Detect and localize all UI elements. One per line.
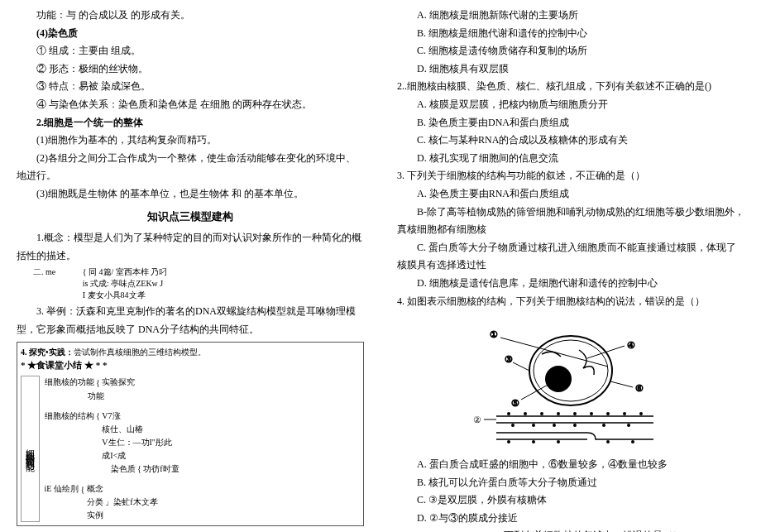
chrom-item-4: ④ 与染色体关系：染色质和染色体是 在细胞 的两种存在状态。 <box>17 96 364 114</box>
q2-opt-b: B. 染色质主要由DNA和蛋白质组成 <box>397 114 744 132</box>
svg-point-0 <box>529 336 612 405</box>
unity-heading: 2.细胞是一个统一的整体 <box>17 114 364 132</box>
q3-opt-d: D. 细胞核是遗传信息库，是细胞代谢和遗传的控制中心 <box>397 275 744 293</box>
svg-line-5 <box>587 346 625 358</box>
svg-point-13 <box>590 412 593 415</box>
svg-point-27 <box>631 440 634 443</box>
svg-line-3 <box>513 362 529 371</box>
unity-item-1: (1)细胞作为基本的，其结构复杂而精巧。 <box>17 132 364 150</box>
q2-opt-d: D. 核孔实现了细胞间的信息交流 <box>397 150 744 168</box>
svg-point-12 <box>573 412 577 415</box>
svg-point-21 <box>602 424 605 427</box>
model-me-line2: is 式成: 亭味点ZEKw J <box>83 278 168 290</box>
summary-struct-2: 核仕、山椿 <box>102 423 172 436</box>
q4-opt-a: A. 蛋白质合成旺盛的细胞中，⑥数量较多，④数量也较多 <box>397 456 744 474</box>
class-summary-box: 4. 探究•实践：尝试制作真核细胞的三维结构模型。 * ★食课堂小结 ★ * *… <box>17 342 364 526</box>
model-me-line3: I 麦女小具84文孝 <box>83 290 168 301</box>
summary-ie-2: 分类 」染虻f木文孝 <box>87 496 158 509</box>
model-me-block: 二. me { 同 4篇/ 室西本梓 乃叼 is 式成: 亭味点ZEKw J I… <box>33 266 364 301</box>
chromatin-heading: (4)染色质 <box>17 25 364 43</box>
summary-struct-1: V7涨 <box>102 410 172 423</box>
q1-opt-c: C. 细胞核是遗传物质储存和复制的场所 <box>397 42 744 60</box>
summary-ie-label: iE 仙绘刖 <box>45 484 79 493</box>
summary-struct-4: 成I<成 <box>102 449 172 463</box>
svg-point-23 <box>507 440 510 443</box>
q4-opt-b: B. 核孔可以允许蛋白质等大分子物质通过 <box>397 474 744 492</box>
summary-struct-3: V生仁：—功I"彤此 <box>102 436 172 449</box>
q3-opt-c: C. 蛋白质等大分子物质通过核孔进入细胞质而不能直接通过核膜，体现了 核膜具有选… <box>397 239 744 275</box>
chrom-item-3: ③ 特点：易被 染成深色。 <box>17 78 364 96</box>
summary-func-2: 功能 <box>88 391 104 400</box>
svg-point-25 <box>557 440 560 443</box>
label-6: ⑥ <box>635 383 644 393</box>
q4-opt-d: D. ②与③的膜成分接近 <box>397 510 744 528</box>
q4-stem: 4. 如图表示细胞核的结构，下列关于细胞核结构的说法，错误的是（） <box>397 293 744 311</box>
svg-point-26 <box>606 440 610 443</box>
q1-stem: 1.下列有关细胞核的叙述中，错误的是（） <box>397 527 744 532</box>
summary-func-1: 实验探究 <box>102 377 135 386</box>
label-1: ① <box>490 329 498 339</box>
svg-point-11 <box>557 412 560 415</box>
model-heading: 知识点三模型建构 <box>17 207 364 226</box>
svg-point-8 <box>507 412 510 415</box>
svg-point-17 <box>511 424 515 427</box>
summary-main: 细胞核的功能 { 实验探究 功能 细胞核的结构 { V7涨 核仕、山椿 <box>45 376 179 522</box>
summary-ie-val: 」染虻f木文孝 <box>105 497 157 506</box>
svg-line-6 <box>610 381 633 387</box>
q2-opt-c: C. 核仁与某种RNA的合成以及核糖体的形成有关 <box>397 132 744 150</box>
svg-point-14 <box>606 412 610 415</box>
nucleus-diagram: ③ ⑤ ④ ⑥ ① ② <box>463 317 678 449</box>
svg-point-24 <box>532 440 535 443</box>
svg-point-10 <box>540 412 543 415</box>
q3-opt-b: B-除了高等植物成熟的筛管细胞和哺乳动物成熟的红细胞等极少数细胞外，真核细胞都有… <box>397 204 744 239</box>
q3-stem: 3. 下列关于细胞核的结构与功能的叙述，不正确的是（） <box>397 167 744 185</box>
summary-struct-label: 细胞核的结构 <box>45 411 94 420</box>
func-line: 功能：与 的合成以及 的形成有关。 <box>17 7 364 25</box>
svg-point-18 <box>532 424 535 427</box>
summary-vertical-title: 细胞核的结构和功能 <box>21 376 40 522</box>
chrom-item-2: ② 形态：极细的丝状物。 <box>17 60 364 79</box>
summary-header: * ★食课堂小结 ★ * * <box>21 358 360 372</box>
model-me-line1: { 同 4篇/ 室西本梓 乃叼 <box>83 266 168 278</box>
summary-chrom-label: 染色质 <box>111 464 136 473</box>
unity-item-3: (3)细胞既是生物体 的基本单位，也是生物体 和 的基本单位。 <box>17 185 364 204</box>
summary-ie-row: iE 仙绘刖 { 概念 分类 」染虻f木文孝 实例 <box>45 482 179 522</box>
svg-point-22 <box>627 424 630 427</box>
summary-practice-line: 4. 探究•实践：尝试制作真核细胞的三维结构模型。 <box>21 346 360 358</box>
chrom-item-1: ① 组成：主要由 组成。 <box>17 42 364 60</box>
svg-point-9 <box>524 412 527 415</box>
q1-opt-b: B. 细胞核是细胞代谢和遗传的控制中心 <box>397 25 744 43</box>
q2-stem: 2..细胞核由核膜、染色质、核仁、核孔组成，下列有关叙述不正确的是() <box>397 78 744 96</box>
svg-point-15 <box>623 412 626 415</box>
summary-func-label: 细胞核的功能 <box>45 377 94 386</box>
summary-chrom-val: 功彷f时童 <box>143 464 179 473</box>
summary-chrom-row: 染色质 { 功彷f时童 <box>111 463 179 477</box>
model-concept: 1.概念：模型是人们为了某种特定的目的而对认识对象所作的一种简化的概括性的描述。 <box>17 229 364 265</box>
q1-opt-a: A. 细胞核是细胞新陈代谢的主要场所 <box>397 7 744 25</box>
model-me-prefix: 二. me <box>33 267 55 276</box>
unity-item-2: (2)各组分之间分工合作成为一个整体，使生命活动能够在变化的环境中、地进行。 <box>17 150 364 185</box>
svg-line-7 <box>500 338 608 367</box>
summary-struct-row: 细胞核的结构 { V7涨 核仕、山椿 V生仁：—功I"彤此 成I<成 <box>45 410 179 463</box>
q3-opt-a: A. 染色质主要由RNA和蛋白质组成 <box>397 185 744 204</box>
q2-opt-a: A. 核膜是双层膜，把核内物质与细胞质分开 <box>397 96 744 114</box>
model-practice-rest: 尝试制作真核细胞的三维结构模型。 <box>74 347 206 357</box>
label-4: ④ <box>627 340 635 350</box>
svg-point-19 <box>553 424 556 427</box>
label-5: ⑤ <box>511 398 519 408</box>
label-2: ② <box>473 415 481 424</box>
summary-func-row: 细胞核的功能 { 实验探究 功能 <box>45 376 179 403</box>
label-3: ③ <box>505 354 513 364</box>
svg-point-16 <box>639 412 643 415</box>
q4-opt-c: C. ③是双层膜，外膜有核糖体 <box>397 491 744 510</box>
summary-ie-3: 实例 <box>87 509 158 522</box>
model-example: 3. 举例：沃森和克里克制作的著名的DNA双螺旋结构模型就是耳咻物理模 型，它形… <box>17 303 364 338</box>
model-practice-prefix: 4. 探究•实践： <box>21 347 74 357</box>
q1-opt-d: D. 细胞核具有双层膜 <box>397 60 744 79</box>
svg-point-20 <box>573 424 577 427</box>
summary-ie-1: 概念 <box>87 482 158 496</box>
